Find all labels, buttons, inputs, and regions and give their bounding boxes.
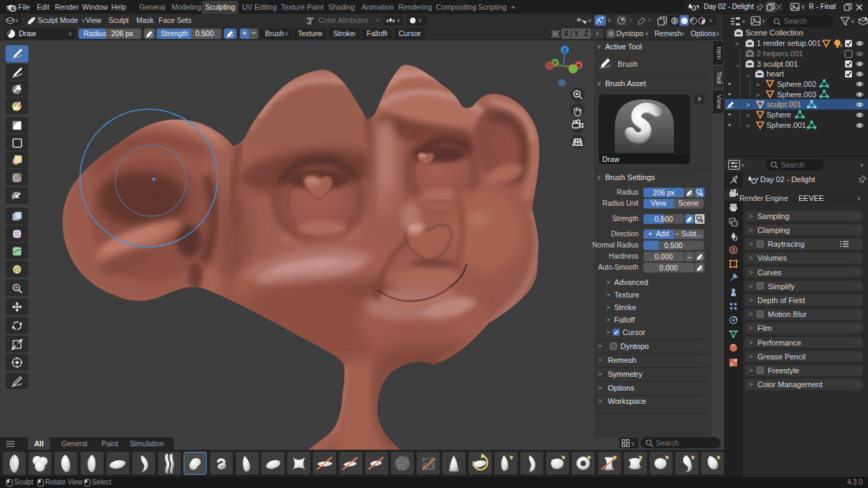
- svg-text:1 render setup.001: 1 render setup.001: [757, 39, 821, 47]
- svg-text:3 sculpt.001: 3 sculpt.001: [757, 60, 798, 68]
- svg-text:sculpt.001: sculpt.001: [766, 100, 801, 108]
- svg-text:2 helpers.001: 2 helpers.001: [757, 49, 803, 58]
- svg-text:9: 9: [839, 43, 842, 48]
- svg-text:˃: ˃: [756, 81, 760, 88]
- svg-text:heart: heart: [766, 70, 784, 78]
- svg-text:˃: ˃: [756, 92, 760, 99]
- svg-text:Z: Z: [563, 47, 567, 54]
- svg-text:˃: ˃: [746, 112, 750, 119]
- svg-text:˃: ˃: [746, 101, 750, 108]
- svg-text:˃: ˃: [735, 40, 739, 47]
- svg-text:Scene Collection: Scene Collection: [746, 29, 803, 37]
- svg-text:Sphere: Sphere: [766, 111, 791, 119]
- svg-text:⌄: ⌄: [735, 61, 741, 68]
- svg-text:Y: Y: [553, 60, 557, 66]
- svg-text:Sphere.002: Sphere.002: [777, 80, 817, 88]
- svg-text:˃: ˃: [746, 122, 750, 129]
- svg-text:⌄: ⌄: [745, 71, 750, 78]
- svg-text:Sphere.001: Sphere.001: [766, 121, 806, 129]
- svg-text:Sphere.003: Sphere.003: [777, 90, 817, 99]
